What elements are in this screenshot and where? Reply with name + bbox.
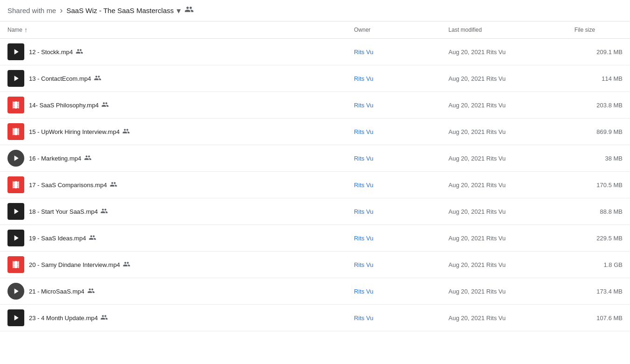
modified-cell: Aug 20, 2021 Rits Vu <box>441 119 567 145</box>
size-cell: 1.8 GB <box>567 252 630 278</box>
name-wrapper: 14- SaaS Philosophy.mp4 <box>29 101 109 110</box>
file-icon <box>7 283 24 300</box>
table-row[interactable]: 20 - Samy Dindane Interview.mp4 Rits Vu … <box>0 252 630 278</box>
column-header-size[interactable]: File size <box>567 21 630 39</box>
name-cell: 14- SaaS Philosophy.mp4 <box>0 92 347 119</box>
modified-cell: Aug 20, 2021 Rits Vu <box>441 305 567 331</box>
breadcrumb-separator: › <box>60 6 63 15</box>
size-cell: 173.4 MB <box>567 278 630 305</box>
table-row[interactable]: 17 - SaaS Comparisons.mp4 Rits Vu Aug 20… <box>0 172 630 198</box>
file-name: 14- SaaS Philosophy.mp4 <box>29 102 99 109</box>
file-name: 20 - Samy Dindane Interview.mp4 <box>29 261 120 268</box>
table-row[interactable]: 21 - MicroSaaS.mp4 Rits Vu Aug 20, 2021 … <box>0 278 630 305</box>
shared-people-icon <box>89 234 96 243</box>
modified-cell: Aug 20, 2021 Rits Vu <box>441 172 567 198</box>
name-cell: 19 - SaaS Ideas.mp4 <box>0 225 347 252</box>
modified-cell: Aug 20, 2021 Rits Vu <box>441 39 567 65</box>
column-header-modified[interactable]: Last modified <box>441 21 567 39</box>
breadcrumb-folder-name: SaaS Wiz - The SaaS Masterclass <box>66 7 174 14</box>
name-cell: 23 - 4 Month Update.mp4 <box>0 305 347 331</box>
file-name: 19 - SaaS Ideas.mp4 <box>29 235 86 242</box>
name-wrapper: 20 - Samy Dindane Interview.mp4 <box>29 260 130 269</box>
modified-cell: Aug 20, 2021 Rits Vu <box>441 92 567 119</box>
file-icon <box>7 70 24 87</box>
file-icon <box>7 43 24 60</box>
owner-cell: Rits Vu <box>347 92 441 119</box>
name-wrapper: 16 - Marketing.mp4 <box>29 154 92 163</box>
name-cell: 17 - SaaS Comparisons.mp4 <box>0 172 347 198</box>
size-cell: 107.6 MB <box>567 305 630 331</box>
name-wrapper: 23 - 4 Month Update.mp4 <box>29 314 108 322</box>
owner-cell: Rits Vu <box>347 172 441 198</box>
breadcrumb-dropdown-icon[interactable]: ▾ <box>177 6 181 16</box>
owner-cell: Rits Vu <box>347 225 441 252</box>
size-cell: 38 MB <box>567 145 630 172</box>
owner-cell: Rits Vu <box>347 65 441 92</box>
table-row[interactable]: 19 - SaaS Ideas.mp4 Rits Vu Aug 20, 2021… <box>0 225 630 252</box>
shared-people-icon <box>100 207 108 216</box>
shared-people-icon <box>122 127 130 136</box>
name-cell: 15 - UpWork Hiring Interview.mp4 <box>0 119 347 145</box>
breadcrumb-current-folder: SaaS Wiz - The SaaS Masterclass ▾ <box>66 6 181 16</box>
file-name: 12 - Stockk.mp4 <box>29 49 73 56</box>
table-row[interactable]: 14- SaaS Philosophy.mp4 Rits Vu Aug 20, … <box>0 92 630 119</box>
shared-people-icon <box>101 101 109 110</box>
shared-people-icon <box>100 314 108 322</box>
name-cell: 13 - ContactEcom.mp4 <box>0 65 347 92</box>
name-wrapper: 12 - Stockk.mp4 <box>29 48 83 56</box>
file-icon <box>7 97 24 113</box>
file-icon <box>7 203 24 220</box>
owner-cell: Rits Vu <box>347 278 441 305</box>
owner-cell: Rits Vu <box>347 305 441 331</box>
name-wrapper: 19 - SaaS Ideas.mp4 <box>29 234 96 243</box>
name-cell: 18 - Start Your SaaS.mp4 <box>0 198 347 225</box>
file-table: Name ↑ Owner Last modified File size 12 … <box>0 21 630 331</box>
table-row[interactable]: 15 - UpWork Hiring Interview.mp4 Rits Vu… <box>0 119 630 145</box>
modified-cell: Aug 20, 2021 Rits Vu <box>441 225 567 252</box>
name-wrapper: 18 - Start Your SaaS.mp4 <box>29 207 108 216</box>
name-cell: 20 - Samy Dindane Interview.mp4 <box>0 252 347 278</box>
file-name: 18 - Start Your SaaS.mp4 <box>29 208 98 215</box>
file-name: 17 - SaaS Comparisons.mp4 <box>29 182 107 189</box>
breadcrumb: Shared with me › SaaS Wiz - The SaaS Mas… <box>0 0 630 21</box>
table-row[interactable]: 16 - Marketing.mp4 Rits Vu Aug 20, 2021 … <box>0 145 630 172</box>
shared-people-icon <box>94 74 101 83</box>
breadcrumb-shared-link[interactable]: Shared with me <box>7 7 56 14</box>
name-cell: 16 - Marketing.mp4 <box>0 145 347 172</box>
modified-cell: Aug 20, 2021 Rits Vu <box>441 252 567 278</box>
name-wrapper: 17 - SaaS Comparisons.mp4 <box>29 181 117 189</box>
modified-cell: Aug 20, 2021 Rits Vu <box>441 198 567 225</box>
column-header-name[interactable]: Name ↑ <box>0 21 347 39</box>
size-cell: 203.8 MB <box>567 92 630 119</box>
file-icon <box>7 176 24 193</box>
table-row[interactable]: 12 - Stockk.mp4 Rits Vu Aug 20, 2021 Rit… <box>0 39 630 65</box>
file-icon <box>7 123 24 140</box>
name-wrapper: 13 - ContactEcom.mp4 <box>29 74 101 83</box>
file-icon <box>7 230 24 246</box>
modified-cell: Aug 20, 2021 Rits Vu <box>441 278 567 305</box>
owner-cell: Rits Vu <box>347 145 441 172</box>
size-cell: 170.5 MB <box>567 172 630 198</box>
shared-people-icon <box>76 48 83 56</box>
file-icon <box>7 309 24 326</box>
name-wrapper: 15 - UpWork Hiring Interview.mp4 <box>29 127 130 136</box>
owner-cell: Rits Vu <box>347 252 441 278</box>
size-cell: 229.5 MB <box>567 225 630 252</box>
file-name: 15 - UpWork Hiring Interview.mp4 <box>29 128 120 135</box>
file-name: 23 - 4 Month Update.mp4 <box>29 315 98 322</box>
file-icon <box>7 256 24 273</box>
name-wrapper: 21 - MicroSaaS.mp4 <box>29 287 95 296</box>
shared-people-icon <box>87 287 95 296</box>
size-cell: 209.1 MB <box>567 39 630 65</box>
name-cell: 21 - MicroSaaS.mp4 <box>0 278 347 305</box>
table-row[interactable]: 18 - Start Your SaaS.mp4 Rits Vu Aug 20,… <box>0 198 630 225</box>
table-row[interactable]: 23 - 4 Month Update.mp4 Rits Vu Aug 20, … <box>0 305 630 331</box>
size-cell: 114 MB <box>567 65 630 92</box>
breadcrumb-people-icon[interactable] <box>184 5 194 16</box>
file-name: 16 - Marketing.mp4 <box>29 155 81 162</box>
sort-arrow-icon: ↑ <box>24 26 28 34</box>
column-header-owner[interactable]: Owner <box>347 21 441 39</box>
modified-cell: Aug 20, 2021 Rits Vu <box>441 65 567 92</box>
table-row[interactable]: 13 - ContactEcom.mp4 Rits Vu Aug 20, 202… <box>0 65 630 92</box>
table-header-row: Name ↑ Owner Last modified File size <box>0 21 630 39</box>
